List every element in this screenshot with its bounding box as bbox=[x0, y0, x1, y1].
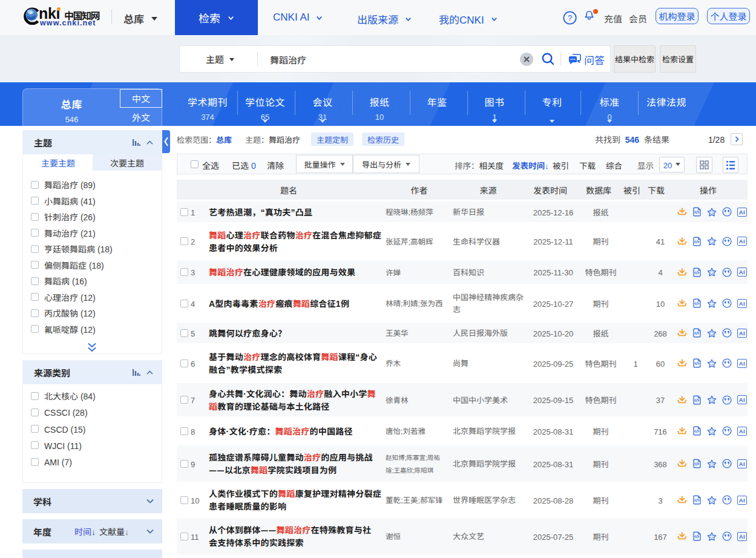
svg-text:?: ? bbox=[568, 13, 572, 22]
